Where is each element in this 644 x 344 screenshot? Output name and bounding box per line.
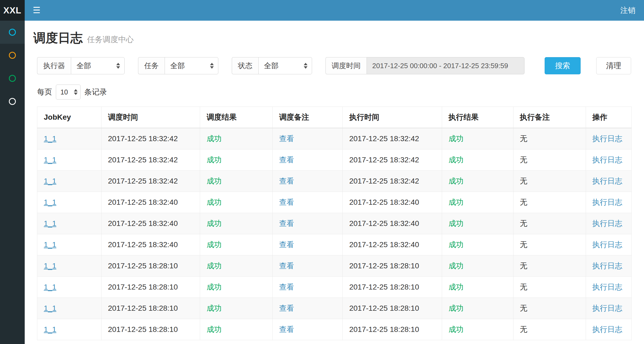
jobkey-link[interactable]: 1_1 bbox=[44, 198, 56, 206]
trigger-msg-link[interactable]: 查看 bbox=[279, 156, 294, 164]
log-table-body: 1_12017-12-25 18:32:42成功查看2017-12-25 18:… bbox=[37, 128, 632, 340]
table-row: 1_12017-12-25 18:32:42成功查看2017-12-25 18:… bbox=[37, 128, 632, 149]
trigger-msg-link[interactable]: 查看 bbox=[279, 134, 294, 143]
table-row: 1_12017-12-25 18:32:42成功查看2017-12-25 18:… bbox=[37, 149, 632, 171]
app-logo[interactable]: XXL bbox=[0, 0, 25, 21]
exec-log-link[interactable]: 执行日志 bbox=[592, 177, 623, 185]
trigger-result-cell: 成功 bbox=[207, 134, 222, 143]
trigger-time-cell: 2017-12-25 18:28:10 bbox=[108, 283, 178, 291]
executor-filter-group: 执行器 全部 bbox=[37, 57, 125, 74]
sidebar-toggle-icon[interactable]: ☰ bbox=[25, 0, 49, 21]
status-filter-label: 状态 bbox=[232, 57, 258, 74]
exec-log-link[interactable]: 执行日志 bbox=[592, 219, 623, 228]
jobkey-link[interactable]: 1_1 bbox=[44, 240, 56, 249]
clear-button[interactable]: 清理 bbox=[596, 57, 631, 74]
page-size-value: 10 bbox=[60, 88, 68, 96]
trigger-result-cell: 成功 bbox=[207, 198, 222, 206]
executor-select[interactable]: 全部 bbox=[71, 57, 125, 74]
page-size-select[interactable]: 10 bbox=[56, 85, 81, 100]
handle-msg-cell: 无 bbox=[520, 156, 527, 164]
trigger-time-cell: 2017-12-25 18:32:42 bbox=[108, 134, 178, 143]
handle-time-cell: 2017-12-25 18:32:42 bbox=[349, 134, 419, 143]
trigger-result-cell: 成功 bbox=[207, 219, 222, 228]
trigger-time-cell: 2017-12-25 18:28:10 bbox=[108, 325, 178, 334]
handle-time-cell: 2017-12-25 18:28:10 bbox=[349, 283, 419, 291]
select-arrows-icon bbox=[74, 89, 78, 95]
trigger-msg-link[interactable]: 查看 bbox=[279, 198, 294, 206]
trigger-time-cell: 2017-12-25 18:32:42 bbox=[108, 177, 178, 185]
exec-log-link[interactable]: 执行日志 bbox=[592, 156, 623, 164]
exec-log-link[interactable]: 执行日志 bbox=[592, 240, 623, 249]
select-arrows-icon bbox=[116, 63, 120, 69]
jobkey-link[interactable]: 1_1 bbox=[44, 325, 56, 334]
trigger-msg-link[interactable]: 查看 bbox=[279, 177, 294, 185]
executor-filter-label: 执行器 bbox=[37, 57, 71, 74]
select-arrows-icon bbox=[304, 63, 307, 69]
trigger-time-cell: 2017-12-25 18:32:40 bbox=[108, 198, 178, 206]
handle-msg-cell: 无 bbox=[520, 283, 527, 291]
handle-result-cell: 成功 bbox=[448, 283, 464, 291]
sidebar-item[interactable] bbox=[0, 44, 25, 67]
exec-log-link[interactable]: 执行日志 bbox=[592, 304, 623, 312]
trigger-msg-link[interactable]: 查看 bbox=[279, 262, 294, 270]
job-select[interactable]: 全部 bbox=[165, 57, 218, 74]
log-table: JobKey调度时间调度结果调度备注执行时间执行结果执行备注操作 1_12017… bbox=[37, 107, 632, 340]
handle-msg-cell: 无 bbox=[520, 240, 527, 249]
search-button[interactable]: 搜索 bbox=[545, 57, 581, 74]
trigger-result-cell: 成功 bbox=[207, 325, 222, 334]
top-navbar: XXL ☰ 注销 bbox=[0, 0, 644, 21]
jobkey-link[interactable]: 1_1 bbox=[44, 134, 56, 143]
table-row: 1_12017-12-25 18:28:10成功查看2017-12-25 18:… bbox=[37, 255, 632, 277]
trigger-result-cell: 成功 bbox=[207, 304, 222, 312]
logout-link[interactable]: 注销 bbox=[612, 5, 644, 16]
handle-result-cell: 成功 bbox=[448, 240, 464, 249]
table-row: 1_12017-12-25 18:32:42成功查看2017-12-25 18:… bbox=[37, 171, 632, 192]
exec-log-link[interactable]: 执行日志 bbox=[592, 283, 623, 291]
handle-result-cell: 成功 bbox=[448, 304, 464, 312]
jobkey-link[interactable]: 1_1 bbox=[44, 177, 56, 185]
trigger-msg-link[interactable]: 查看 bbox=[279, 283, 294, 291]
trigger-time-cell: 2017-12-25 18:32:40 bbox=[108, 240, 178, 249]
handle-time-cell: 2017-12-25 18:32:40 bbox=[349, 240, 419, 249]
exec-log-link[interactable]: 执行日志 bbox=[592, 134, 623, 143]
handle-msg-cell: 无 bbox=[520, 304, 527, 312]
jobkey-link[interactable]: 1_1 bbox=[44, 156, 56, 164]
handle-result-cell: 成功 bbox=[448, 219, 464, 228]
column-header: 调度备注 bbox=[273, 107, 343, 128]
trigger-msg-link[interactable]: 查看 bbox=[279, 240, 294, 249]
column-header: 执行结果 bbox=[442, 107, 513, 128]
circle-outline-icon bbox=[9, 75, 16, 82]
trigger-time-cell: 2017-12-25 18:28:10 bbox=[108, 304, 178, 312]
exec-log-link[interactable]: 执行日志 bbox=[592, 198, 623, 206]
trigger-msg-link[interactable]: 查看 bbox=[279, 325, 294, 334]
column-header: 执行备注 bbox=[513, 107, 586, 128]
sidebar-item[interactable] bbox=[0, 67, 25, 90]
log-table-header-row: JobKey调度时间调度结果调度备注执行时间执行结果执行备注操作 bbox=[37, 107, 632, 128]
trigger-msg-link[interactable]: 查看 bbox=[279, 304, 294, 312]
page-title: 调度日志 任务调度中心 bbox=[33, 30, 632, 46]
circle-outline-icon bbox=[9, 29, 16, 36]
handle-time-cell: 2017-12-25 18:32:40 bbox=[349, 219, 419, 228]
main-content: 调度日志 任务调度中心 执行器 全部 任务 全部 状态 全部 bbox=[25, 21, 644, 344]
jobkey-link[interactable]: 1_1 bbox=[44, 262, 56, 270]
handle-time-cell: 2017-12-25 18:32:42 bbox=[349, 156, 419, 164]
jobkey-link[interactable]: 1_1 bbox=[44, 283, 56, 291]
page-size-prefix: 每页 bbox=[37, 87, 52, 97]
sidebar-item[interactable] bbox=[0, 21, 25, 44]
handle-msg-cell: 无 bbox=[520, 177, 527, 185]
trigger-time-range-input[interactable]: 2017-12-25 00:00:00 - 2017-12-25 23:59:5… bbox=[367, 57, 524, 74]
page-size-control: 每页 10 条记录 bbox=[33, 85, 632, 100]
sidebar-item[interactable] bbox=[0, 90, 25, 113]
page-title-text: 调度日志 bbox=[33, 30, 83, 46]
status-filter-group: 状态 全部 bbox=[232, 57, 312, 74]
jobkey-link[interactable]: 1_1 bbox=[44, 219, 56, 228]
executor-select-value: 全部 bbox=[77, 61, 91, 71]
table-row: 1_12017-12-25 18:28:10成功查看2017-12-25 18:… bbox=[37, 319, 632, 340]
handle-msg-cell: 无 bbox=[520, 325, 527, 334]
handle-time-cell: 2017-12-25 18:32:42 bbox=[349, 177, 419, 185]
exec-log-link[interactable]: 执行日志 bbox=[592, 262, 623, 270]
status-select[interactable]: 全部 bbox=[258, 57, 312, 74]
exec-log-link[interactable]: 执行日志 bbox=[592, 325, 623, 334]
trigger-msg-link[interactable]: 查看 bbox=[279, 219, 294, 228]
jobkey-link[interactable]: 1_1 bbox=[44, 304, 56, 312]
